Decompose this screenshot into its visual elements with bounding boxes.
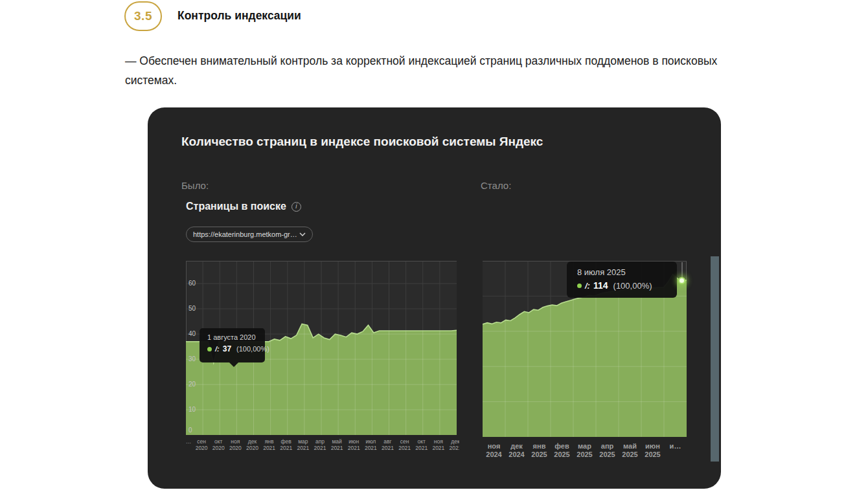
comparison-panel: Количество страниц в индексе поисковой с… [148, 107, 721, 489]
x-axis-tick: июн2021 [348, 438, 360, 451]
x-axis-tick: и… [670, 442, 681, 451]
x-axis-tick: май2025 [622, 442, 637, 459]
y-axis-tick: 10 [188, 406, 196, 413]
y-axis-tick: 50 [188, 305, 196, 312]
domain-dropdown[interactable]: https://ekaterinburg.metkom-gr… [186, 227, 313, 242]
x-axis-tick: июн2025 [645, 442, 660, 459]
series-dot-icon [577, 284, 582, 288]
x-axis-tick: окт2021 [415, 438, 428, 451]
x-axis-tick: ноя2024 [486, 442, 501, 459]
x-axis-tick: сен2021 [398, 438, 411, 451]
x-axis-tick: янв2025 [531, 442, 547, 459]
highlighted-point-marker [678, 277, 685, 284]
x-axis-tick: апр2025 [599, 442, 615, 459]
x-axis-tick: мар2021 [297, 438, 309, 451]
info-icon[interactable]: i [291, 202, 301, 212]
tooltip-series: /: [585, 281, 590, 291]
before-chart[interactable]: 1 августа 2020 /: 37 (100,00%) 605040302… [186, 261, 457, 435]
after-label: Стало: [481, 180, 511, 191]
before-chart-x-axis: …сен2020окт2020ноя2020дек2020янв2021фев2… [185, 438, 459, 455]
after-chart-x-axis: ноя2024дек2024янв2025фев2025мар2025апр20… [483, 442, 687, 462]
x-axis-tick: фев2021 [280, 438, 292, 451]
series-dot-icon [207, 347, 212, 351]
x-axis-tick: ноя2020 [229, 438, 242, 451]
tooltip-value: 37 [223, 344, 231, 353]
tooltip-percent: (100,00%) [613, 281, 652, 291]
x-axis-tick: фев2025 [554, 442, 569, 459]
page: 3.5 Контроль индексации — Обеспечен вним… [0, 0, 868, 490]
domain-dropdown-value: https://ekaterinburg.metkom-gr… [193, 230, 297, 238]
after-chart[interactable]: 8 июля 2025 /: 114 (100,00%) [483, 261, 687, 437]
section-number: 3.5 [134, 9, 152, 23]
before-chart-header: Страницы в поиске i [186, 201, 301, 212]
x-axis-tick: апр2021 [314, 438, 326, 451]
x-axis-tick: мар2025 [577, 442, 592, 459]
x-axis-tick: май2021 [331, 438, 343, 451]
before-chart-title: Страницы в поиске [186, 201, 286, 212]
y-axis-tick: 60 [188, 280, 196, 287]
section-number-badge: 3.5 [124, 1, 162, 31]
section-title: Контроль индексации [177, 9, 301, 23]
tooltip-date: 8 июля 2025 [577, 267, 667, 277]
y-axis-tick: 40 [188, 330, 196, 337]
tooltip-series: /: [215, 345, 220, 353]
tooltip-value: 114 [593, 280, 608, 291]
after-tooltip: 8 июля 2025 /: 114 (100,00%) [567, 262, 677, 298]
chevron-down-icon [299, 232, 306, 236]
section-description: — Обеспечен внимательный контроль за кор… [125, 51, 740, 90]
x-axis-tick: дек2024 [508, 442, 524, 459]
y-axis-tick: 30 [188, 355, 196, 362]
tooltip-arrow [229, 362, 238, 367]
panel-title: Количество страниц в индексе поисковой с… [181, 135, 543, 149]
x-axis-tick: дек2021 [450, 438, 459, 451]
before-tooltip: 1 августа 2020 /: 37 (100,00%) [200, 328, 265, 362]
x-axis-tick: июл2021 [365, 438, 377, 451]
x-axis-tick: авг2021 [382, 438, 394, 451]
x-axis-tick: ноя2021 [432, 438, 444, 451]
x-axis-tick: … [186, 438, 192, 445]
y-axis-tick: 20 [188, 381, 196, 388]
tooltip-date: 1 августа 2020 [207, 333, 257, 341]
x-axis-tick: янв2021 [263, 438, 275, 451]
vertical-scrollbar[interactable] [711, 256, 719, 462]
x-axis-tick: дек2020 [246, 438, 258, 451]
y-axis-tick: 0 [188, 427, 192, 434]
x-axis-tick: окт2020 [212, 438, 225, 451]
x-axis-tick: сен2020 [196, 438, 208, 451]
before-label: Было: [181, 180, 209, 191]
tooltip-percent: (100,00%) [236, 345, 269, 353]
